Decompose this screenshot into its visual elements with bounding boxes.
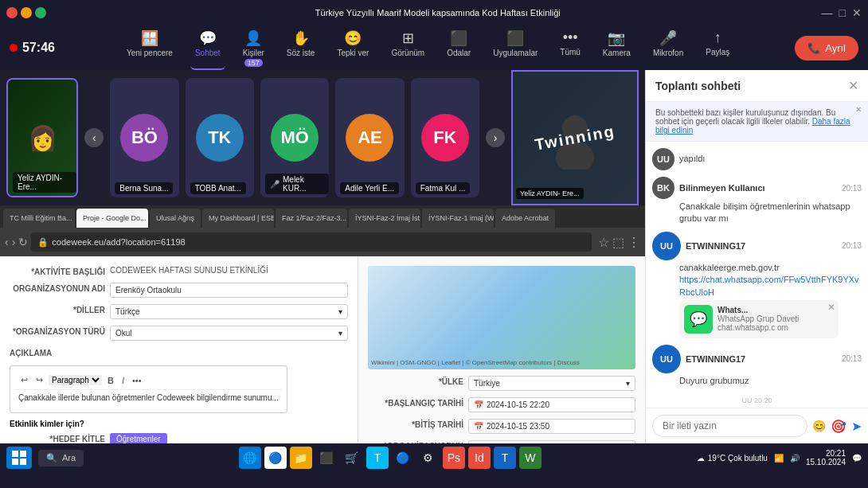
form-right-panel: Wikimini | OSM-GNGO | Leaflet | © OpenSt… <box>358 256 645 443</box>
more-btn[interactable]: ••• Tümü <box>555 26 585 70</box>
taskbar-search[interactable]: 🔍 Ara <box>38 450 84 467</box>
more-format-btn[interactable]: ••• <box>130 375 144 386</box>
app-store[interactable]: 🛒 <box>341 447 363 469</box>
notice-close-btn[interactable]: ✕ <box>855 105 862 114</box>
app-chrome[interactable]: 🔵 <box>392 447 414 469</box>
app-terminal[interactable]: ⬛ <box>315 447 338 469</box>
view-btn[interactable]: ⊞ Görünüm <box>386 26 429 70</box>
browser-tab-0[interactable]: TC Milli Eğitim Ba... <box>3 209 75 228</box>
leave-call-button[interactable]: 📞 Ayrıl <box>795 36 858 61</box>
chat-btn[interactable]: 💬 Sohbet <box>190 26 225 70</box>
app-ie[interactable]: 🔵 <box>264 447 287 469</box>
undo-btn[interactable]: ↩ <box>18 374 30 386</box>
volume-icon[interactable]: 🔊 <box>790 454 800 463</box>
share-btn[interactable]: ↑ Paylaş <box>701 26 734 70</box>
send-btn[interactable]: ➤ <box>851 419 862 434</box>
italic-btn[interactable]: I <box>119 375 127 386</box>
chat-link-2[interactable]: https://chat.whatsapp.com/FFw5VtthFYK9YX… <box>679 275 859 296</box>
bookmark-icon[interactable]: ☆ <box>598 235 609 250</box>
refresh-btn[interactable]: ↻ <box>18 236 28 248</box>
sticker-btn[interactable]: 🎯 <box>831 419 846 434</box>
svg-rect-5 <box>20 459 26 465</box>
message-body-2: canakkaleerge.meb.gov.tr https://chat.wh… <box>652 262 862 299</box>
participant-card-ae: AE Adile Yerli E... <box>335 78 404 197</box>
text-editor[interactable]: ↩ ↪ Paragraph B I ••• Çanakkale illerde … <box>10 365 287 413</box>
app-word[interactable]: W <box>519 447 542 469</box>
new-window-btn[interactable]: 🪟 Yeni pencere <box>122 26 178 70</box>
call-timer: 57:46 <box>10 41 55 55</box>
sender-2: ETWINNING17 <box>686 241 745 251</box>
notification-icon[interactable]: 💬 <box>852 454 862 463</box>
participant-name-fk: Fatma Kul ... <box>416 182 471 194</box>
app-folder[interactable]: 📁 <box>290 447 312 469</box>
browser-tab-7[interactable]: İYSNI-Faz-1 imaj (W... <box>422 209 494 228</box>
participant-card-bo: BÖ Berna Suna... <box>110 78 178 197</box>
teams-toolbar: 57:46 🪟 Yeni pencere 💬 Sohbet 👤 Kişiler … <box>0 25 868 70</box>
browser-tab-4[interactable]: My Dashboard | ESEP <box>202 209 274 228</box>
app-edge[interactable]: 🌐 <box>239 447 261 469</box>
app-indesign[interactable]: Id <box>468 447 491 469</box>
field-input-start[interactable]: 📅 2024-10-15 22:20 <box>468 397 635 412</box>
apps-btn[interactable]: ⬛ Uygulamalar <box>488 26 542 70</box>
chat-title: Toplantı sohbeti <box>655 80 741 92</box>
start-button[interactable] <box>6 447 32 469</box>
chat-input-field[interactable] <box>652 415 807 437</box>
app-teams2[interactable]: T <box>494 447 516 469</box>
close-btn[interactable]: ✕ <box>852 6 862 19</box>
field-input-country[interactable]: Türkiye ▾ <box>468 376 635 391</box>
form-left-panel: *AKTİVİTE BAŞLIĞI CODEWEEK HAFTASI SUNUS… <box>0 256 358 443</box>
app-photoshop[interactable]: Ps <box>443 447 465 469</box>
people-btn[interactable]: 👤 Kişiler 157 <box>238 26 269 70</box>
apps-icon: ⬛ <box>506 29 524 47</box>
app-teams[interactable]: T <box>366 447 389 469</box>
rooms-btn[interactable]: ⬛ Odalar <box>442 26 475 70</box>
target-badge: Öğretmenler <box>110 433 167 443</box>
chat-close-btn[interactable]: ✕ <box>848 78 858 93</box>
back-btn[interactable]: ‹ <box>5 236 9 248</box>
mic-btn[interactable]: 🎤 Mikrofon <box>648 26 688 70</box>
minimize-icon[interactable] <box>21 7 32 18</box>
video-content-area: 👩 Yeliz AYDIN- Ere... ‹ BÖ Berna Suna... <box>0 70 645 443</box>
network-icon[interactable]: 📶 <box>774 454 784 463</box>
participant-card-fk: FK Fatma Kul ... <box>411 78 479 197</box>
wa-card-close[interactable]: ✕ <box>827 302 835 313</box>
nav-next-btn[interactable]: › <box>486 128 505 147</box>
field-input-lang[interactable]: Türkçe ▾ <box>110 304 348 319</box>
close-icon[interactable] <box>6 7 18 18</box>
extensions-icon[interactable]: ⬚ <box>612 235 624 250</box>
bold-btn[interactable]: B <box>105 375 116 386</box>
calendar-icon: 📅 <box>474 400 483 409</box>
maximize-btn[interactable]: □ <box>839 6 846 19</box>
browser-tab-3[interactable]: Ulusal Ağrış <box>150 209 201 228</box>
forward-btn[interactable]: › <box>12 236 16 248</box>
redo-btn[interactable]: ↪ <box>33 374 45 386</box>
address-bar[interactable]: 🔒 codeweek.eu/add?location=61198 <box>31 232 592 252</box>
field-input-org[interactable]: Erenköy Ortaokulu <box>110 283 348 298</box>
maximize-icon[interactable] <box>35 7 46 18</box>
reaction-btn[interactable]: 😊 Tepki ver <box>332 26 373 70</box>
presenter-card: 👩 Yeliz AYDIN- Ere... <box>6 78 78 197</box>
svg-rect-2 <box>12 451 18 457</box>
browser-tab-6[interactable]: İYSNI-Faz-2 İmaj İst... <box>349 209 420 228</box>
browser-tab-5[interactable]: Faz 1/Faz-2/Faz-3... <box>276 209 347 228</box>
camera-btn[interactable]: 📷 Kamera <box>598 26 635 70</box>
taskbar-pinned-apps: 🌐 🔵 📁 ⬛ 🛒 T 🔵 ⚙ Ps Id T W <box>90 447 690 469</box>
camera-icon: 📷 <box>608 29 625 47</box>
browser-tab-8[interactable]: Adobe Acrobat <box>495 209 555 228</box>
emoji-btn[interactable]: 😊 <box>812 420 826 432</box>
field-input-end[interactable]: 📅 2024-10-15 23:50 <box>468 419 635 434</box>
calendar-icon-end: 📅 <box>474 422 483 431</box>
font-select[interactable]: Paragraph <box>49 375 102 385</box>
browser-tab-active[interactable]: Proje - Google Do... <box>76 209 148 228</box>
editor-content[interactable]: Çanakkale illerde bulunan öğretmenler Co… <box>15 390 282 405</box>
more-icon: ••• <box>563 29 578 46</box>
raise-hand-btn[interactable]: ✋ Söz iste <box>282 26 320 70</box>
nav-prev-btn[interactable]: ‹ <box>84 128 104 147</box>
browser-menu-icon[interactable]: ⋮ <box>628 235 640 250</box>
window-title: Türkiye Yüzyıllı Maarif Modeli kapsamınd… <box>54 8 822 18</box>
field-label-title: *AKTİVİTE BAŞLIĞI <box>10 266 105 276</box>
minimize-btn[interactable]: — <box>822 6 833 19</box>
field-input-type[interactable]: Okul ▾ <box>110 326 348 341</box>
app-settings[interactable]: ⚙ <box>417 447 440 469</box>
form-row-title: *AKTİVİTE BAŞLIĞI CODEWEEK HAFTASI SUNUS… <box>10 266 348 276</box>
